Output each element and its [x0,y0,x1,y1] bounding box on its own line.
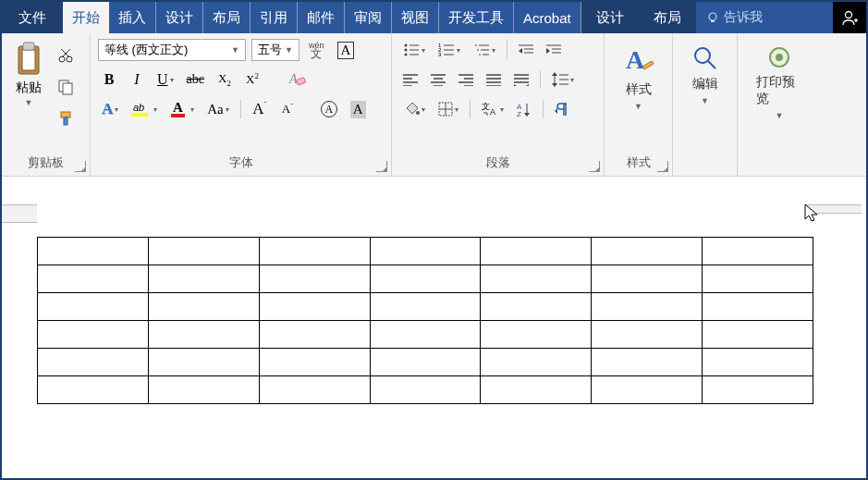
table-cell[interactable] [592,293,703,321]
table-cell[interactable] [481,293,592,321]
shading-button[interactable]: ▾ [399,98,429,120]
table-cell[interactable] [703,349,813,376]
increase-indent-button[interactable] [543,39,565,61]
table-cell[interactable] [38,349,149,376]
bold-button[interactable]: B [98,68,120,91]
tab-acrobat[interactable]: Acrobat [514,2,581,33]
find-button[interactable]: 编辑 ▼ [679,37,732,113]
tab-file[interactable]: 文件 [2,2,63,33]
align-right-button[interactable] [455,68,477,91]
table-row[interactable] [38,376,813,404]
table-cell[interactable] [259,265,370,293]
subscript-button[interactable]: X2 [214,68,236,91]
table-cell[interactable] [259,349,370,376]
text-direction-button[interactable]: 文A▾ [478,98,507,120]
table-row[interactable] [38,349,813,376]
table-cell[interactable] [481,376,592,404]
table-cell[interactable] [592,321,703,349]
table-cell[interactable] [148,321,259,349]
tab-developer[interactable]: 开发工具 [439,2,514,33]
shrink-font-button[interactable]: Aˇ [276,98,299,120]
tab-table-layout[interactable]: 布局 [639,2,696,33]
table-cell[interactable] [703,293,813,321]
bullets-button[interactable]: ▾ [399,39,429,61]
table-cell[interactable] [38,265,149,293]
table-cell[interactable] [592,238,703,265]
change-case-button[interactable]: Aa▾ [203,98,233,120]
cut-button[interactable] [54,44,78,67]
table-cell[interactable] [259,238,370,265]
table-cell[interactable] [481,349,592,376]
dialog-launcher-icon[interactable] [657,161,668,172]
borders-button[interactable]: ▾ [434,98,462,120]
table-cell[interactable] [38,238,149,265]
table-cell[interactable] [148,238,259,265]
show-marks-button[interactable] [551,98,573,120]
tab-view[interactable]: 视图 [392,2,439,33]
table-cell[interactable] [703,376,813,404]
highlight-button[interactable]: ab▾ [128,98,161,120]
justify-button[interactable] [483,68,505,91]
format-painter-button[interactable] [54,107,78,129]
font-name-combo[interactable]: 等线 (西文正文)▼ [98,39,246,61]
tab-insert[interactable]: 插入 [109,2,156,33]
copy-button[interactable] [54,76,78,98]
table-cell[interactable] [370,376,481,404]
table-cell[interactable] [703,238,813,265]
strikethrough-button[interactable]: abc [183,68,208,91]
print-preview-button[interactable]: 打印预览 ▼ [743,37,815,128]
table-cell[interactable] [148,293,259,321]
table-cell[interactable] [259,293,370,321]
tell-me-search[interactable]: 告诉我 [696,2,772,33]
table-row[interactable] [38,321,813,349]
table-cell[interactable] [592,265,703,293]
superscript-button[interactable]: X2 [241,68,263,91]
document-area[interactable] [2,177,866,478]
tab-review[interactable]: 审阅 [345,2,392,33]
table-cell[interactable] [370,265,481,293]
table-cell[interactable] [38,321,149,349]
line-spacing-button[interactable]: ▾ [548,68,578,91]
table-cell[interactable] [370,349,481,376]
table-cell[interactable] [148,265,259,293]
table-row[interactable] [38,265,813,293]
table-cell[interactable] [148,349,259,376]
grow-font-button[interactable]: Aˆ [249,98,271,120]
table-cell[interactable] [370,293,481,321]
tab-design[interactable]: 设计 [156,2,203,33]
document-page[interactable] [37,204,857,404]
table-cell[interactable] [703,265,813,293]
numbering-button[interactable]: 123▾ [434,39,464,61]
decrease-indent-button[interactable] [515,39,537,61]
tab-mailings[interactable]: 邮件 [298,2,345,33]
table-cell[interactable] [259,321,370,349]
underline-button[interactable]: U▾ [153,68,177,91]
character-border-button[interactable]: A [334,39,359,61]
table-cell[interactable] [481,321,592,349]
paste-button[interactable]: 粘贴 ▼ [13,41,44,107]
dialog-launcher-icon[interactable] [376,161,387,172]
table-cell[interactable] [38,376,149,404]
font-color-button[interactable]: A▾ [166,98,198,120]
italic-button[interactable]: I [126,68,148,91]
sort-button[interactable]: AZ [513,98,535,120]
align-center-button[interactable] [427,68,449,91]
table-cell[interactable] [703,321,813,349]
tab-table-design[interactable]: 设计 [581,2,639,33]
phonetic-guide-button[interactable]: wén 文 [305,39,328,61]
table-cell[interactable] [592,349,703,376]
table-cell[interactable] [481,238,592,265]
table-cell[interactable] [148,376,259,404]
table-cell[interactable] [370,321,481,349]
tab-layout[interactable]: 布局 [203,2,251,33]
enclose-characters-button[interactable]: A [317,98,341,120]
share-button[interactable] [833,2,866,33]
clear-formatting-button[interactable]: A [284,68,310,91]
dialog-launcher-icon[interactable] [75,161,86,172]
table-row[interactable] [38,238,813,265]
character-shading-button[interactable]: A [347,98,370,120]
table-row[interactable] [38,293,813,321]
table-cell[interactable] [592,376,703,404]
distributed-button[interactable] [510,68,532,91]
table-cell[interactable] [370,238,481,265]
